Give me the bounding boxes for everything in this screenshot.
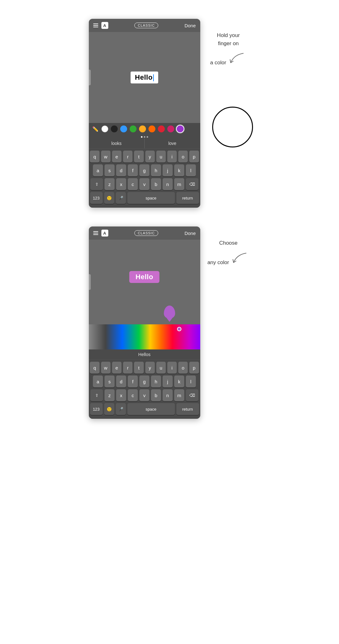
key2-u[interactable]: u bbox=[156, 362, 166, 374]
color-red[interactable] bbox=[158, 125, 165, 132]
key2-mic[interactable]: 🎤 bbox=[116, 403, 126, 415]
key-row-4: 123 🙂 🎤 space return bbox=[90, 192, 199, 204]
text-sticker-2[interactable]: Hello bbox=[129, 271, 159, 283]
key-z[interactable]: z bbox=[105, 178, 115, 190]
color-picker-dot[interactable] bbox=[177, 327, 181, 331]
key-d[interactable]: d bbox=[116, 164, 126, 176]
key-return[interactable]: return bbox=[176, 192, 199, 204]
key-w[interactable]: w bbox=[101, 151, 110, 162]
key2-b[interactable]: b bbox=[151, 389, 161, 401]
key2-z[interactable]: z bbox=[105, 389, 115, 401]
done-button-1[interactable]: Done bbox=[185, 23, 196, 28]
text-sticker-1[interactable]: Hello bbox=[131, 72, 158, 83]
autocomplete-hellos[interactable]: Hellos bbox=[89, 349, 200, 359]
key-q[interactable]: q bbox=[90, 151, 99, 162]
key-r[interactable]: r bbox=[123, 151, 132, 162]
done-button-2[interactable]: Done bbox=[185, 231, 196, 236]
color-green[interactable] bbox=[130, 125, 137, 132]
key-mic[interactable]: 🎤 bbox=[116, 192, 126, 204]
key2-numbers[interactable]: 123 bbox=[90, 403, 103, 415]
key2-return[interactable]: return bbox=[176, 403, 199, 415]
key2-i[interactable]: i bbox=[167, 362, 177, 374]
key2-o[interactable]: o bbox=[178, 362, 188, 374]
key-b[interactable]: b bbox=[151, 178, 161, 190]
color-yellow[interactable] bbox=[139, 125, 146, 132]
key-emoji[interactable]: 🙂 bbox=[104, 192, 114, 204]
key2-space[interactable]: space bbox=[127, 403, 175, 415]
key2-q[interactable]: q bbox=[90, 362, 99, 374]
color-picker-area[interactable] bbox=[89, 324, 200, 349]
key-l[interactable]: l bbox=[186, 164, 196, 176]
key2-s[interactable]: s bbox=[105, 375, 115, 387]
key-p[interactable]: p bbox=[189, 151, 199, 162]
key2-m[interactable]: m bbox=[174, 389, 184, 401]
color-gradient[interactable] bbox=[89, 324, 200, 349]
key-m[interactable]: m bbox=[174, 178, 184, 190]
key-i[interactable]: i bbox=[167, 151, 177, 162]
key-e[interactable]: e bbox=[112, 151, 121, 162]
key-x[interactable]: x bbox=[116, 178, 126, 190]
key-numbers[interactable]: 123 bbox=[90, 192, 103, 204]
key-s[interactable]: s bbox=[105, 164, 115, 176]
key2-k[interactable]: k bbox=[174, 375, 184, 387]
font-icon[interactable]: A bbox=[101, 22, 108, 29]
keyboard-2: q w e r t y u i o p a s d f g h j k l bbox=[89, 360, 200, 419]
key2-t[interactable]: t bbox=[134, 362, 143, 374]
arrow-svg-2 bbox=[230, 252, 249, 264]
key-row-2-3: ⇧ z x c v b n m ⌫ bbox=[90, 389, 199, 401]
pagination-dots-1 bbox=[89, 135, 200, 138]
key2-v[interactable]: v bbox=[139, 389, 149, 401]
key2-f[interactable]: f bbox=[128, 375, 138, 387]
classic-badge-2[interactable]: CLASSIC bbox=[134, 230, 158, 236]
hamburger-icon[interactable] bbox=[93, 24, 98, 27]
key-n[interactable]: n bbox=[163, 178, 173, 190]
key-t[interactable]: t bbox=[134, 151, 143, 162]
key-j[interactable]: j bbox=[163, 164, 173, 176]
key2-p[interactable]: p bbox=[189, 362, 199, 374]
key-g[interactable]: g bbox=[139, 164, 149, 176]
key2-w[interactable]: w bbox=[101, 362, 110, 374]
key2-y[interactable]: y bbox=[145, 362, 155, 374]
key-delete[interactable]: ⌫ bbox=[186, 178, 198, 190]
key2-j[interactable]: j bbox=[163, 375, 173, 387]
key2-n[interactable]: n bbox=[163, 389, 173, 401]
key-k[interactable]: k bbox=[174, 164, 184, 176]
key2-c[interactable]: c bbox=[128, 389, 138, 401]
key-f[interactable]: f bbox=[128, 164, 138, 176]
key2-x[interactable]: x bbox=[116, 389, 126, 401]
key2-emoji[interactable]: 🙂 bbox=[104, 403, 114, 415]
font-icon-2[interactable]: A bbox=[101, 230, 108, 237]
key2-r[interactable]: r bbox=[123, 362, 132, 374]
pen-icon[interactable]: ✏️ bbox=[92, 126, 99, 132]
key-v[interactable]: v bbox=[139, 178, 149, 190]
top-bar-left-2: A bbox=[93, 230, 108, 237]
key2-d[interactable]: d bbox=[116, 375, 126, 387]
color-orange[interactable] bbox=[148, 125, 155, 132]
color-picker-row-1: ✏️ bbox=[89, 123, 200, 135]
key2-a[interactable]: a bbox=[93, 375, 103, 387]
key-y[interactable]: y bbox=[145, 151, 155, 162]
key-o[interactable]: o bbox=[178, 151, 188, 162]
color-pink[interactable] bbox=[167, 125, 174, 132]
color-black[interactable] bbox=[111, 125, 118, 132]
key2-g[interactable]: g bbox=[139, 375, 149, 387]
color-purple[interactable] bbox=[177, 125, 184, 132]
autocomplete-love[interactable]: love bbox=[145, 138, 200, 148]
key-shift[interactable]: ⇧ bbox=[90, 178, 103, 190]
annotation-2: Chooseany color bbox=[207, 226, 250, 266]
autocomplete-looks[interactable]: looks bbox=[89, 138, 145, 148]
key-h[interactable]: h bbox=[151, 164, 161, 176]
key-c[interactable]: c bbox=[128, 178, 138, 190]
key-a[interactable]: a bbox=[93, 164, 103, 176]
key2-shift[interactable]: ⇧ bbox=[90, 389, 103, 401]
key-space[interactable]: space bbox=[127, 192, 175, 204]
key2-l[interactable]: l bbox=[186, 375, 196, 387]
key2-delete[interactable]: ⌫ bbox=[186, 389, 198, 401]
hamburger-icon-2[interactable] bbox=[93, 231, 98, 235]
classic-badge-1[interactable]: CLASSIC bbox=[134, 23, 158, 28]
key2-h[interactable]: h bbox=[151, 375, 161, 387]
key2-e[interactable]: e bbox=[112, 362, 121, 374]
key-u[interactable]: u bbox=[156, 151, 166, 162]
color-white[interactable] bbox=[101, 125, 108, 132]
color-blue[interactable] bbox=[120, 125, 127, 132]
